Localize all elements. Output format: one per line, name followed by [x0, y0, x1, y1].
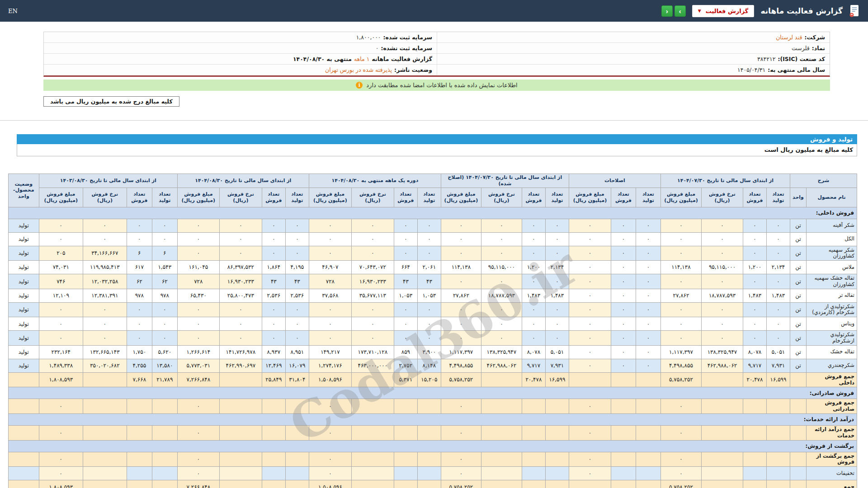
value-cell: ۴۶۲,۹۹۰,۶۹۷ — [219, 359, 262, 372]
value-cell: ۲,۵۳۶ — [285, 289, 309, 302]
status-cell — [8, 480, 39, 488]
value-cell: ۰ — [569, 302, 611, 317]
value-cell: ۰ — [177, 302, 219, 317]
value-cell: ۶ — [152, 246, 177, 261]
value-cell: ۰ — [767, 219, 790, 232]
value-cell: ۰ — [39, 426, 83, 441]
value-cell: ۰ — [177, 317, 219, 331]
value-cell: ۴۶۲,۹۸۸,۰۶۲ — [702, 359, 743, 372]
value-cell: ۲,۷۵۲ — [394, 359, 417, 372]
info-value: ۱,۸۰۰,۰۰۰ — [356, 34, 381, 41]
column-header: نرخ فروش (ریال) — [481, 188, 522, 207]
value-cell: ۰ — [177, 426, 219, 441]
unit-cell: تن — [790, 345, 807, 359]
info-cell: شرکت:قند لرستان — [437, 32, 830, 43]
value-cell: ۲۷,۸۶۲ — [441, 289, 481, 302]
value-cell: ۱,۲۰۰ — [743, 261, 767, 274]
value-cell — [351, 467, 394, 480]
value-cell — [262, 399, 285, 414]
value-cell: ۱,۰۵۳ — [394, 289, 417, 302]
value-cell: ۰ — [611, 246, 636, 261]
nav-back-button[interactable]: ‹ — [661, 5, 673, 17]
value-cell: ۰ — [394, 246, 417, 261]
section-row: درآمد ارائه خدمات: — [8, 414, 857, 426]
unit-cell: تن — [790, 261, 807, 274]
value-cell: ۰ — [394, 219, 417, 232]
value-cell: ۵,۷۵۸,۲۵۲ — [441, 480, 481, 488]
value-cell: ۰ — [569, 345, 611, 359]
value-cell: ۱,۴۸۳ — [767, 289, 790, 302]
value-cell: ۰ — [569, 232, 611, 246]
column-header: تعداد تولید — [545, 188, 569, 207]
info-cell: وضعیت ناشر:پذیرفته شده در بورس تهران — [44, 65, 437, 75]
value-cell: ۰ — [351, 219, 394, 232]
value-cell: ۳۷,۵۶۸ — [309, 289, 351, 302]
value-cell: ۰ — [285, 246, 309, 261]
value-cell — [351, 372, 394, 387]
value-cell: ۱,۸۰۸,۵۹۳ — [39, 480, 83, 488]
data-row: ملاستن۲,۱۳۴۱,۲۰۰۹۵,۱۱۵,۰۰۰۱۱۴,۱۳۸۰۰۰۲,۱۳… — [8, 261, 857, 274]
value-cell: ۰ — [262, 246, 285, 261]
value-cell — [262, 480, 285, 488]
value-cell: ۰ — [177, 399, 219, 414]
info-label: نماد: — [812, 45, 825, 52]
value-cell — [481, 480, 522, 488]
value-cell: ۰ — [522, 274, 545, 289]
value-cell — [545, 452, 569, 467]
value-cell: ۰ — [545, 317, 569, 331]
value-cell: ۰ — [522, 232, 545, 246]
value-cell — [611, 426, 636, 441]
value-cell: ۰ — [522, 246, 545, 261]
value-cell: ۸,۰۷۸ — [522, 345, 545, 359]
unit-cell: تن — [790, 331, 807, 346]
value-cell — [351, 426, 394, 441]
value-cell — [219, 452, 262, 467]
value-cell: ۳۱,۸۰۴ — [285, 372, 309, 387]
value-cell — [152, 426, 177, 441]
value-cell: ۰ — [417, 302, 441, 317]
value-cell — [285, 480, 309, 488]
value-cell: ۰ — [127, 219, 152, 232]
value-cell: ۰ — [39, 452, 83, 467]
value-cell: ۰ — [636, 232, 660, 246]
value-cell: ۰ — [611, 359, 636, 372]
column-group-header: از ابتدای سال مالی تا تاریخ ۱۴۰۴/۰۸/۳۰ — [177, 174, 309, 188]
en-language-link[interactable]: EN — [8, 8, 18, 14]
value-cell: ۰ — [702, 219, 743, 232]
row-label: جمع — [807, 480, 857, 488]
production-sales-table: شرحاز ابتدای سال مالی تا تاریخ ۱۴۰۴/۰۷/۳… — [8, 174, 857, 488]
value-cell: ۷,۹۳۱ — [767, 359, 790, 372]
value-cell — [702, 426, 743, 441]
value-cell: ۰ — [481, 331, 522, 346]
value-cell: ۰ — [351, 246, 394, 261]
value-cell — [127, 452, 152, 467]
value-cell — [522, 399, 545, 414]
value-cell — [636, 452, 660, 467]
value-cell: ۰ — [309, 331, 351, 346]
status-cell: تولید — [8, 261, 39, 274]
value-cell: ۰ — [611, 219, 636, 232]
value-cell — [83, 467, 127, 480]
value-cell — [262, 452, 285, 467]
value-cell: ۲۳۲,۱۶۴ — [39, 345, 83, 359]
value-cell: ۴۳ — [285, 274, 309, 289]
value-cell: ۰ — [767, 274, 790, 289]
report-type-select[interactable]: گزارش فعالیت ▼ — [692, 5, 755, 17]
value-cell: ۱۲,۴۶۹ — [262, 359, 285, 372]
value-cell: ۵,۶۲۰ — [152, 345, 177, 359]
value-cell: ۱۶,۹۳۰,۲۳۳ — [351, 274, 394, 289]
row-label: شکر سهمیه کشاورزان — [807, 246, 857, 261]
note-box-wrap: کلیه مبالغ درج شده به میلیون ریال می باش… — [43, 96, 830, 107]
value-cell — [152, 399, 177, 414]
divider — [0, 120, 868, 121]
column-header: مبلغ فروش (میلیون ریال) — [309, 188, 351, 207]
value-cell: ۷۰,۶۴۳,۰۷۲ — [351, 261, 394, 274]
column-group-header: دوره یک ماهه منتهی به ۱۴۰۴/۰۸/۳۰ — [309, 174, 441, 188]
value-cell: ۷۲۸ — [177, 274, 219, 289]
value-cell: ۰ — [394, 302, 417, 317]
value-cell: ۰ — [767, 317, 790, 331]
nav-forward-button[interactable]: › — [675, 5, 686, 17]
value-cell: ۲۰,۴۷۸ — [522, 372, 545, 387]
value-cell: ۰ — [309, 426, 351, 441]
value-cell: ۰ — [545, 219, 569, 232]
